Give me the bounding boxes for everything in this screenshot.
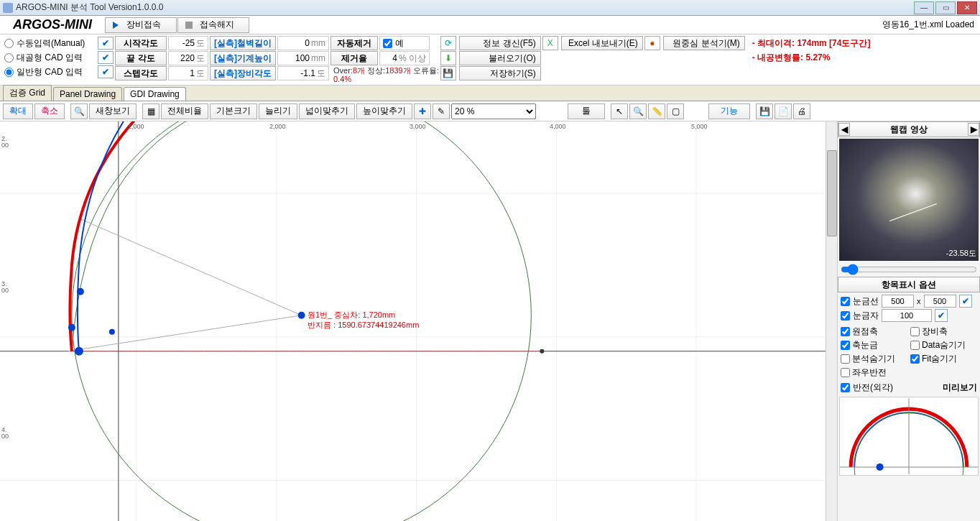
copy-icon[interactable]: 📄 — [775, 103, 792, 119]
analhide-check[interactable]: 분석숨기기 — [841, 353, 907, 365]
ruler-check[interactable] — [841, 311, 850, 321]
circle-center-label: 원1번_ 중심차: 1,720mm — [308, 310, 395, 321]
play-icon — [113, 22, 119, 29]
deform-label: - 내공변형률: 5.27% — [746, 50, 871, 65]
loaded-label: 영동16_1번.xml Loaded — [882, 19, 980, 31]
minimize-button[interactable]: — — [914, 1, 934, 14]
check-icon[interactable]: ✔ — [98, 65, 114, 78]
fullratio-button[interactable]: 전체비율 — [161, 103, 208, 119]
check-icon[interactable]: ✔ — [98, 37, 114, 50]
load-icon: ⬇ — [440, 51, 456, 65]
stretch-button[interactable]: 늘리기 — [259, 103, 297, 119]
save-button[interactable]: 저장하기(S) — [459, 66, 541, 80]
step-angle-header: 스텝각도 — [115, 66, 167, 80]
wall-value[interactable]: 0mm — [277, 36, 329, 50]
svg-point-16 — [109, 329, 115, 335]
svg-line-11 — [79, 218, 302, 315]
preview-header: 미리보기 — [943, 382, 977, 394]
save-icon: 💾 — [440, 66, 456, 80]
magnifier-icon[interactable]: 🔍 — [70, 103, 88, 119]
zoomin-button[interactable]: 확대 — [3, 103, 33, 119]
close-button[interactable]: ✕ — [957, 1, 977, 14]
zoom-select[interactable]: 20 % — [451, 103, 536, 119]
apply-ruler-icon[interactable]: ✔ — [935, 309, 948, 322]
origaxis-check[interactable]: 원점축 — [841, 326, 907, 338]
autoremove-header: 자동제거 — [330, 36, 378, 50]
webcam-slider[interactable] — [841, 264, 977, 275]
svg-point-23 — [877, 464, 884, 471]
tab-strip: 검증 Grid Panel Drawing GDI Drawing — [0, 86, 980, 101]
refresh-button[interactable]: 정보 갱신(F5) — [459, 36, 541, 50]
mode-gencad[interactable]: 일반형 CAD 입력 ✔ — [4, 65, 114, 79]
end-angle-value[interactable]: 220도 — [168, 51, 208, 65]
tool-button[interactable]: 툴 — [568, 103, 605, 119]
ruler-icon[interactable]: 📏 — [648, 103, 665, 119]
load-button[interactable]: 불러오기(O) — [459, 51, 541, 65]
top-toolbar: ARGOS-MINI 장비접속 접속해지 영동16_1번.xml Loaded — [0, 16, 980, 34]
plus-icon[interactable]: ✚ — [414, 103, 431, 119]
tab-grid[interactable]: 검증 Grid — [3, 85, 52, 101]
vscrollbar[interactable] — [826, 121, 837, 521]
drawing-canvas[interactable]: 1,000 2,000 3,000 4,000 5,000 2.00 3.00 … — [0, 121, 838, 521]
start-angle-value[interactable]: -25도 — [168, 36, 208, 50]
pointer-icon[interactable]: ↖ — [611, 103, 628, 119]
flipout-check[interactable] — [841, 383, 850, 392]
print-icon[interactable]: 🖨 — [793, 103, 810, 119]
step-angle-value[interactable]: 1도 — [168, 66, 208, 80]
refresh-icon: ⟳ — [440, 36, 456, 50]
datahide-check[interactable]: Data숨기기 — [910, 339, 977, 351]
fliplr-check[interactable]: 좌우반전 — [841, 366, 907, 379]
newwin-button[interactable]: 새창보기 — [89, 103, 137, 119]
removerate-header: 제거율 — [330, 51, 378, 65]
tab-gdi[interactable]: GDI Drawing — [124, 87, 186, 101]
end-angle-header: 끝 각도 — [115, 51, 167, 65]
check-icon[interactable]: ✔ — [98, 51, 114, 64]
rect-icon[interactable]: ▢ — [667, 103, 684, 119]
basesize-button[interactable]: 기본크기 — [210, 103, 257, 119]
apply-grid-icon[interactable]: ✔ — [959, 295, 972, 308]
excel-icon: X — [542, 36, 558, 50]
excel-button[interactable]: Excel 내보내기(E) — [561, 36, 643, 50]
func-button[interactable]: 기능 — [708, 103, 750, 119]
pencil-icon[interactable]: ✎ — [433, 103, 450, 119]
circle-button[interactable]: 원중심 분석기(M) — [663, 36, 745, 50]
mode-manual[interactable]: 수동입력(Manual) ✔ — [4, 36, 114, 50]
fith-button[interactable]: 높이맞추기 — [356, 103, 412, 119]
stop-icon — [185, 22, 193, 29]
start-angle-header: 시작각도 — [115, 36, 167, 50]
fitw-button[interactable]: 넓이맞추기 — [299, 103, 355, 119]
equipaxis-check[interactable]: 장비축 — [910, 326, 977, 338]
grid-h-input[interactable] — [924, 295, 956, 308]
gridline-check[interactable] — [841, 297, 850, 306]
circle-radius-label: 반지름 : 1590.67374419246mm — [308, 320, 419, 331]
svg-line-12 — [68, 315, 302, 351]
autoremove-check[interactable]: 예 — [379, 36, 430, 50]
prev-button[interactable]: ◀ — [838, 123, 850, 136]
grid-w-input[interactable] — [882, 295, 914, 308]
window-title: ARGOS-MINI 분석 Tool Version1.0.0.0 — [16, 1, 163, 14]
zoomout-button[interactable]: 축소 — [34, 103, 65, 119]
mode-bigcad[interactable]: 대골형 CAD 입력 ✔ — [4, 50, 114, 65]
parameter-panel: 수동입력(Manual) ✔ 대골형 CAD 입력 ✔ 일반형 CAD 입력 ✔… — [0, 34, 980, 86]
mach-header: [실측]기계높이 — [210, 51, 276, 65]
connect-button[interactable]: 장비접속 — [105, 17, 177, 33]
equip-value[interactable]: -1.1도 — [277, 66, 329, 80]
tab-panel[interactable]: Panel Drawing — [53, 87, 122, 101]
wall-header: [실측]철벽길이 — [210, 36, 276, 50]
save-file-icon[interactable]: 💾 — [756, 103, 773, 119]
removerate-value[interactable]: 4% 이상 — [379, 51, 430, 65]
zoom-icon[interactable]: 🔍 — [629, 103, 647, 119]
equip-header: [실측]장비각도 — [210, 66, 276, 80]
svg-point-15 — [77, 288, 84, 295]
axistick-check[interactable]: 축눈금 — [841, 339, 907, 351]
maximize-button[interactable]: ▭ — [935, 1, 956, 14]
svg-point-18 — [75, 347, 83, 356]
next-button[interactable]: ▶ — [968, 123, 979, 136]
grid-icon[interactable]: ▦ — [142, 103, 160, 119]
fithide-check[interactable]: Fit숨기기 — [910, 353, 977, 365]
ruler-input[interactable] — [882, 309, 932, 322]
right-panel: ◀ 웹캡 영상 ▶ -23.58도 항목표시 옵션 눈금선 x ✔ 눈금자 ✔ — [838, 121, 980, 521]
mach-value[interactable]: 100mm — [277, 51, 329, 65]
webcam-view: -23.58도 — [839, 139, 979, 261]
disconnect-button[interactable]: 접속해지 — [177, 17, 249, 33]
